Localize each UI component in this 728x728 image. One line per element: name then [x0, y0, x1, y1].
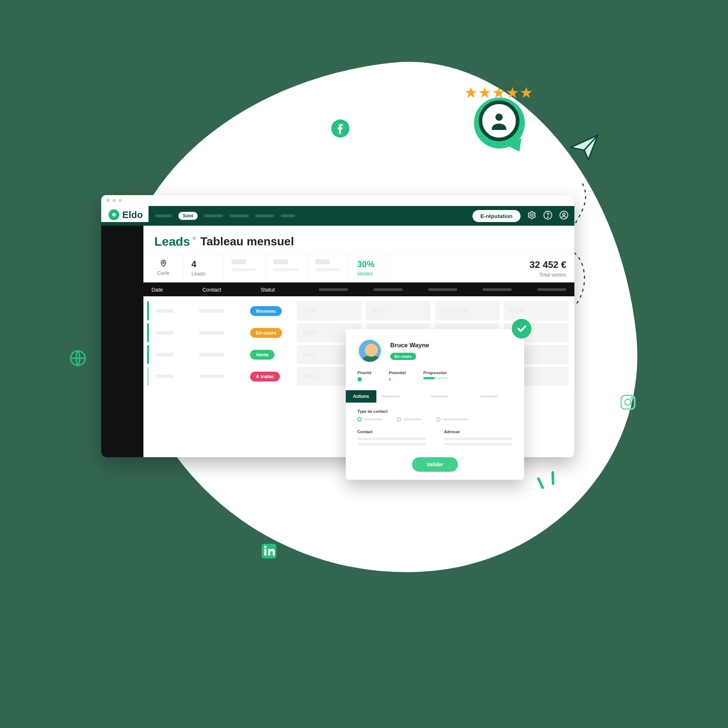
nav-item-active[interactable]: Suivi [178, 212, 198, 220]
radio-option[interactable] [358, 417, 382, 422]
globe-icon [69, 349, 87, 367]
lead-name: Bruce Wayne [390, 342, 429, 349]
potential-value: € [389, 377, 406, 381]
col-status: Statut [261, 286, 294, 293]
page-subtitle: Tableau mensuel [200, 235, 294, 248]
svg-point-14 [162, 262, 164, 263]
tab-actions[interactable]: Actions [346, 390, 376, 402]
col-placeholder [483, 288, 512, 291]
input-placeholder[interactable] [444, 443, 512, 445]
lead-detail-card: Bruce Wayne En cours Priorité Potentiel … [346, 329, 524, 480]
col-placeholder [319, 288, 348, 291]
top-nav: Eldo Suivi E-réputation [101, 206, 574, 226]
table-header: Date Contact Statut [144, 283, 574, 296]
paper-plane-icon [568, 131, 601, 164]
user-icon[interactable] [559, 210, 569, 221]
nav-item[interactable] [281, 214, 295, 217]
contact-type-label: Type de contact [358, 409, 512, 413]
svg-point-13 [563, 213, 565, 216]
kpi-row: Carte 4 Leads 30% Ventes 32 452 € Total … [144, 254, 574, 283]
kpi-placeholder [265, 254, 307, 282]
col-placeholder [428, 288, 457, 291]
col-placeholder [537, 288, 566, 291]
facebook-icon [331, 119, 349, 138]
progress-bar [423, 377, 449, 379]
radio-option[interactable] [436, 417, 469, 422]
help-icon[interactable] [543, 210, 552, 221]
logo-icon [109, 209, 119, 220]
kpi-map[interactable]: Carte [144, 254, 184, 282]
tab-placeholder[interactable] [475, 390, 524, 402]
lead-status-chip: En cours [390, 353, 416, 360]
svg-point-11 [548, 217, 548, 217]
input-placeholder[interactable] [444, 437, 512, 440]
svg-point-7 [631, 397, 633, 399]
status-chip-to-process: À traiter [250, 372, 280, 381]
status-chip-sale: Vente [250, 350, 274, 359]
svg-point-8 [496, 113, 503, 121]
brand-logo[interactable]: Eldo [101, 202, 148, 222]
accent-stroke [551, 471, 554, 485]
linkedin-icon [260, 542, 278, 560]
svg-point-4 [264, 546, 266, 548]
page-title: Leads⊕ [154, 234, 190, 249]
priority-label: Priorité [358, 370, 372, 375]
nav-item[interactable] [155, 214, 172, 217]
gear-icon[interactable] [527, 210, 537, 221]
instagram-icon [619, 393, 637, 411]
table-row[interactable]: Nouveau [147, 301, 571, 320]
window-dot [112, 199, 116, 202]
window-dot [119, 199, 122, 202]
kpi-total: 32 452 € Total ventes [389, 254, 574, 282]
priority-dot-icon [358, 377, 362, 381]
address-label: Adresse [444, 430, 512, 434]
rating-avatar-badge: ★★★★★ [459, 84, 539, 149]
check-icon [512, 319, 531, 338]
kpi-placeholder [223, 254, 265, 282]
svg-point-9 [531, 214, 533, 217]
ereputation-button[interactable]: E-réputation [473, 210, 520, 222]
contact-label: Contact [358, 430, 426, 434]
sidebar [101, 226, 144, 457]
avatar [358, 338, 382, 363]
col-placeholder [373, 288, 402, 291]
stars-icon: ★★★★★ [459, 84, 539, 102]
status-chip-new: Nouveau [250, 306, 282, 316]
status-chip-in-progress: En cours [250, 328, 282, 338]
pin-icon [151, 259, 175, 269]
brand-name: Eldo [122, 209, 143, 220]
validate-button[interactable]: Valider [412, 457, 458, 472]
kpi-placeholder [307, 254, 349, 282]
svg-point-6 [625, 399, 631, 405]
radio-option[interactable] [397, 417, 422, 422]
input-placeholder[interactable] [358, 443, 426, 445]
window-dot [106, 199, 110, 202]
potential-label: Potentiel [389, 370, 406, 375]
tab-placeholder[interactable] [425, 390, 475, 402]
input-placeholder[interactable] [358, 437, 426, 440]
kpi-leads: 4 Leads [184, 254, 223, 282]
nav-item[interactable] [204, 214, 223, 217]
svg-rect-3 [264, 549, 266, 555]
nav-item[interactable] [230, 214, 249, 217]
kpi-sales: 30% Ventes [349, 254, 389, 282]
col-contact: Contact [202, 286, 235, 293]
window-titlebar [101, 195, 574, 206]
tab-placeholder[interactable] [376, 390, 425, 402]
progress-label: Progression [423, 370, 449, 375]
nav-item[interactable] [255, 214, 274, 217]
col-date: Date [151, 286, 177, 293]
